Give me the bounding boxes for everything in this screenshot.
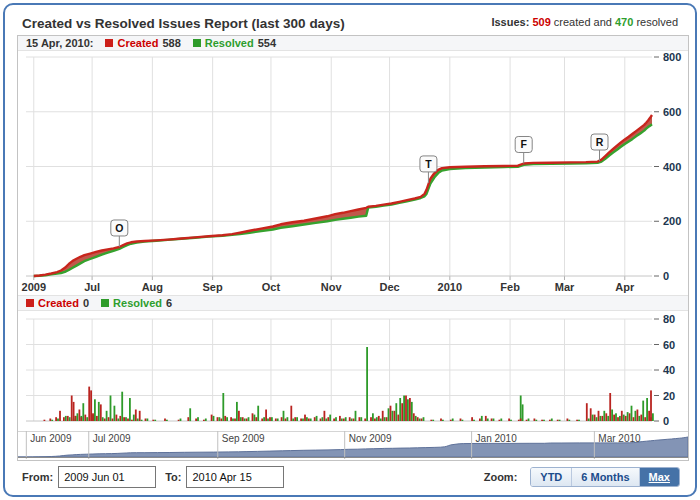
resolved-bar[interactable] xyxy=(244,419,246,422)
created-bar[interactable] xyxy=(343,419,345,422)
resolved-bar[interactable] xyxy=(559,420,561,421)
resolved-bar[interactable] xyxy=(254,415,256,421)
resolved-bar[interactable] xyxy=(325,419,327,422)
resolved-bar[interactable] xyxy=(121,392,123,421)
resolved-bar[interactable] xyxy=(627,412,629,421)
resolved-bar[interactable] xyxy=(137,419,139,422)
resolved-bar[interactable] xyxy=(407,399,409,421)
created-bar[interactable] xyxy=(576,420,578,421)
created-bar[interactable] xyxy=(382,411,384,421)
created-bar[interactable] xyxy=(88,387,90,421)
resolved-bar[interactable] xyxy=(388,408,390,421)
resolved-bar[interactable] xyxy=(619,416,621,421)
resolved-legend-label[interactable]: Resolved xyxy=(205,37,254,49)
created-bar[interactable] xyxy=(294,417,296,421)
created-bar[interactable] xyxy=(557,420,559,421)
resolved-bar[interactable] xyxy=(623,415,625,421)
resolved-bar[interactable] xyxy=(473,420,475,421)
resolved-bar[interactable] xyxy=(399,398,401,421)
resolved-bar[interactable] xyxy=(372,413,374,421)
resolved-bar[interactable] xyxy=(117,419,119,422)
created-bar[interactable] xyxy=(44,420,46,421)
resolved-bar[interactable] xyxy=(257,406,259,421)
created-bar[interactable] xyxy=(300,419,302,422)
created-bar[interactable] xyxy=(629,413,631,421)
created-bar[interactable] xyxy=(195,419,197,422)
created-bar[interactable] xyxy=(127,419,129,422)
resolved-bar[interactable] xyxy=(452,419,454,422)
created-bar[interactable] xyxy=(131,420,133,421)
created-bar[interactable] xyxy=(79,410,81,422)
resolved-bar[interactable] xyxy=(197,417,199,421)
created-bar[interactable] xyxy=(450,420,452,421)
created-bar[interactable] xyxy=(613,415,615,421)
resolved-bar[interactable] xyxy=(271,417,273,421)
resolved-bar[interactable] xyxy=(205,419,207,422)
resolved-bar[interactable] xyxy=(292,419,294,422)
zoom-ytd-button[interactable]: YTD xyxy=(531,468,571,486)
created-bar[interactable] xyxy=(541,420,543,421)
resolved-bar[interactable] xyxy=(355,411,357,421)
created-bar[interactable] xyxy=(401,403,403,421)
resolved-bar[interactable] xyxy=(520,396,522,422)
resolved-bar[interactable] xyxy=(376,417,378,421)
created-bar[interactable] xyxy=(333,419,335,422)
created-bar[interactable] xyxy=(230,417,232,421)
created-bar[interactable] xyxy=(590,408,592,421)
resolved-bar[interactable] xyxy=(154,420,156,421)
created-bar[interactable] xyxy=(549,420,551,421)
resolved-bar[interactable] xyxy=(306,417,308,421)
resolved-bar[interactable] xyxy=(106,411,108,421)
created-bar[interactable] xyxy=(304,415,306,421)
created-bar[interactable] xyxy=(135,410,137,422)
created-bar[interactable] xyxy=(370,417,372,421)
resolved-bar[interactable] xyxy=(493,419,495,422)
created-bar[interactable] xyxy=(479,419,481,422)
resolved-bar[interactable] xyxy=(543,420,545,421)
created-bar[interactable] xyxy=(92,413,94,421)
created-bar[interactable] xyxy=(203,420,205,421)
created-bar[interactable] xyxy=(353,419,355,422)
resolved-bar[interactable] xyxy=(487,419,489,422)
resolved-bar[interactable] xyxy=(322,417,324,421)
created-bar[interactable] xyxy=(246,419,248,422)
resolved-bar[interactable] xyxy=(592,415,594,421)
resolved-bar[interactable] xyxy=(596,417,598,421)
created-bar[interactable] xyxy=(417,417,419,421)
resolved-bar[interactable] xyxy=(232,419,234,422)
created-bar[interactable] xyxy=(520,419,522,422)
created-bar[interactable] xyxy=(242,417,244,421)
resolved-bar[interactable] xyxy=(133,415,135,421)
resolved-bar[interactable] xyxy=(380,419,382,422)
resolved-bar[interactable] xyxy=(296,417,298,421)
created-bar[interactable] xyxy=(349,417,351,421)
created-bar[interactable] xyxy=(339,416,341,421)
resolved-bar[interactable] xyxy=(335,417,337,421)
resolved-bar[interactable] xyxy=(263,417,265,421)
resolved-bar[interactable] xyxy=(102,417,104,421)
resolved-bar[interactable] xyxy=(652,413,654,421)
created-bar[interactable] xyxy=(586,403,588,421)
resolved-bar[interactable] xyxy=(403,396,405,422)
resolved-bar[interactable] xyxy=(462,420,464,421)
resolved-bar[interactable] xyxy=(345,417,347,421)
resolved-bar[interactable] xyxy=(510,420,512,421)
resolved-bar[interactable] xyxy=(213,416,215,421)
resolved-bar[interactable] xyxy=(248,417,250,421)
resolved-bar[interactable] xyxy=(94,399,96,421)
resolved-bar[interactable] xyxy=(86,417,88,421)
created-bar[interactable] xyxy=(187,417,189,421)
created-bar[interactable] xyxy=(100,404,102,421)
created-bar[interactable] xyxy=(49,419,51,422)
created-bar[interactable] xyxy=(471,417,473,421)
created-bar[interactable] xyxy=(526,420,528,421)
resolved-bar[interactable] xyxy=(392,411,394,421)
created-bar[interactable] xyxy=(394,411,396,421)
resolved-bar[interactable] xyxy=(226,417,228,421)
resolved-bar[interactable] xyxy=(366,347,368,421)
resolved-bar[interactable] xyxy=(500,419,502,422)
created-bar[interactable] xyxy=(602,416,604,421)
resolved-bar[interactable] xyxy=(316,416,318,421)
resolved-bar[interactable] xyxy=(222,393,224,421)
created-bar[interactable] xyxy=(265,410,267,422)
